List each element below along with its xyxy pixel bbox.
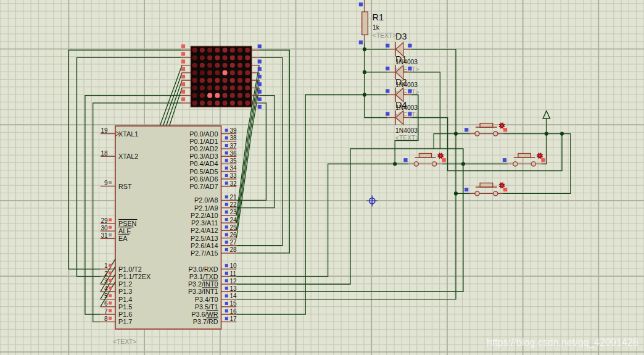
svg-text:38: 38 — [230, 135, 237, 141]
svg-text:17: 17 — [230, 315, 237, 322]
svg-text:4: 4 — [104, 285, 108, 292]
svg-text:P0.5/AD5: P0.5/AD5 — [189, 168, 218, 175]
svg-text:29: 29 — [101, 217, 108, 224]
svg-text:RST: RST — [118, 183, 132, 190]
svg-text:25: 25 — [230, 224, 237, 231]
svg-text:27: 27 — [230, 239, 237, 246]
svg-text:36: 36 — [230, 150, 237, 157]
svg-text:P2.5/A13: P2.5/A13 — [191, 235, 218, 242]
svg-text:P0.0/AD0: P0.0/AD0 — [189, 130, 218, 138]
svg-text:1: 1 — [104, 262, 108, 269]
svg-text:P1.2: P1.2 — [118, 280, 132, 288]
svg-text:P3.2/INT0: P3.2/INT0 — [188, 280, 218, 288]
svg-text:P3.7/RD: P3.7/RD — [193, 318, 218, 325]
svg-text:9: 9 — [104, 180, 108, 186]
svg-text:<TEXT>: <TEXT> — [395, 135, 419, 141]
svg-text:P2.4/A12: P2.4/A12 — [191, 227, 218, 234]
svg-text:32: 32 — [230, 180, 237, 187]
svg-text:D3: D3 — [395, 31, 407, 41]
svg-text:P3.6/WR: P3.6/WR — [191, 311, 218, 318]
svg-text:34: 34 — [230, 165, 237, 172]
svg-text:P1.7: P1.7 — [118, 318, 132, 325]
svg-text:2: 2 — [104, 270, 108, 277]
svg-text:XTAL2: XTAL2 — [118, 152, 138, 160]
svg-text:7: 7 — [104, 308, 108, 315]
svg-text:P2.0/A8: P2.0/A8 — [194, 196, 218, 204]
svg-text:P2.7/A15: P2.7/A15 — [191, 249, 218, 257]
svg-text:P1.3: P1.3 — [118, 288, 132, 295]
svg-text:11: 11 — [230, 270, 237, 277]
svg-text:8: 8 — [104, 315, 108, 322]
svg-text:<TEXT>: <TEXT> — [373, 32, 396, 39]
svg-text:12: 12 — [230, 278, 237, 285]
svg-text:P0.1/AD1: P0.1/AD1 — [189, 138, 218, 145]
svg-text:P2.3/A11: P2.3/A11 — [191, 219, 218, 227]
svg-text:39: 39 — [230, 127, 237, 134]
svg-text:15: 15 — [230, 300, 237, 307]
svg-text:XTAL1: XTAL1 — [118, 130, 138, 138]
svg-text:P0.7/AD7: P0.7/AD7 — [189, 183, 218, 190]
svg-text:P0.6/AD6: P0.6/AD6 — [189, 175, 218, 183]
svg-text:P1.5: P1.5 — [118, 303, 132, 311]
svg-text:P3.1/TXD: P3.1/TXD — [189, 273, 218, 280]
svg-text:P2.2/A10: P2.2/A10 — [191, 212, 218, 219]
svg-text:P2.1/A9: P2.1/A9 — [194, 204, 218, 212]
svg-text:13: 13 — [230, 285, 237, 292]
svg-text:PSEN: PSEN — [118, 220, 136, 227]
svg-text:21: 21 — [230, 194, 237, 201]
svg-text:31: 31 — [101, 232, 108, 239]
svg-text:1k: 1k — [373, 24, 380, 31]
svg-text:P1.1/T2EX: P1.1/T2EX — [118, 273, 151, 280]
svg-text:37: 37 — [230, 143, 237, 149]
svg-text:P3.5/T1: P3.5/T1 — [195, 303, 218, 311]
svg-text:23: 23 — [230, 209, 237, 215]
svg-text:D1: D1 — [395, 54, 407, 64]
svg-text:24: 24 — [230, 217, 237, 223]
svg-text:22: 22 — [230, 201, 237, 208]
svg-text:P2.6/A14: P2.6/A14 — [191, 242, 218, 249]
svg-text:P3.0/RXD: P3.0/RXD — [188, 265, 218, 273]
svg-text:P0.3/AD3: P0.3/AD3 — [189, 152, 218, 160]
svg-text:19: 19 — [101, 127, 108, 134]
svg-text:P3.4/T0: P3.4/T0 — [195, 296, 218, 303]
svg-text:14: 14 — [230, 293, 237, 299]
svg-text:P1.0/T2: P1.0/T2 — [118, 265, 142, 273]
svg-text:D2: D2 — [395, 77, 407, 87]
svg-text:6: 6 — [104, 300, 108, 307]
svg-text:26: 26 — [230, 232, 237, 238]
svg-text:30: 30 — [101, 225, 108, 232]
svg-text:P0.2/AD2: P0.2/AD2 — [189, 145, 218, 152]
svg-text:D4: D4 — [395, 100, 407, 110]
svg-text:3: 3 — [104, 278, 108, 285]
svg-text:https://blog.csdn.net/qq_42091: https://blog.csdn.net/qq_42091428 — [487, 337, 638, 348]
svg-text:P0.4/AD4: P0.4/AD4 — [189, 160, 218, 167]
svg-text:1N4003: 1N4003 — [395, 127, 418, 134]
svg-text:18: 18 — [101, 150, 108, 157]
svg-text:EA: EA — [118, 235, 128, 242]
svg-text:P1.4: P1.4 — [118, 296, 132, 303]
svg-text:10: 10 — [230, 262, 237, 269]
svg-text:P1.6: P1.6 — [118, 311, 132, 318]
svg-text:ALE: ALE — [118, 227, 131, 235]
svg-text:P3.3/INT1: P3.3/INT1 — [188, 288, 218, 295]
svg-text:<TEXT>: <TEXT> — [113, 338, 136, 345]
svg-text:35: 35 — [230, 157, 237, 164]
svg-text:33: 33 — [230, 172, 237, 179]
svg-text:16: 16 — [230, 308, 237, 315]
svg-text:R1: R1 — [373, 12, 384, 22]
svg-text:5: 5 — [104, 293, 108, 299]
svg-text:28: 28 — [230, 246, 237, 253]
